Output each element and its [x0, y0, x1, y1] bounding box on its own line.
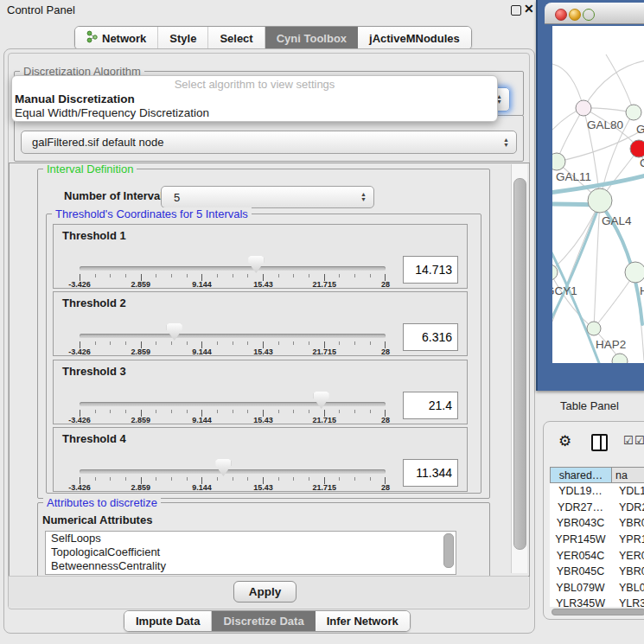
- num-intervals-value: 5: [162, 191, 180, 204]
- algorithm-popup: Select algorithm to view settings Manual…: [11, 75, 498, 122]
- column-header-shared-name[interactable]: shared…: [550, 467, 612, 483]
- combo-arrows-icon: ▲▼: [503, 137, 509, 148]
- threshold-slider[interactable]: -3.426 2.859 9.144 15.43 21.715 28: [80, 225, 386, 288]
- checkbox-icon[interactable]: ☑: [623, 434, 634, 447]
- spinner-arrows-icon: ▲▼: [360, 192, 367, 202]
- table-row[interactable]: YBL079WYBL0: [550, 580, 644, 596]
- threshold-slider[interactable]: -3.426 2.859 9.144 15.43 21.715 28: [80, 360, 386, 424]
- tab-cyni-toolbox[interactable]: Cyni Toolbox: [265, 27, 358, 49]
- tab-infer-network[interactable]: Infer Network: [316, 611, 410, 631]
- attributes-group: Attributes to discretize Numerical Attri…: [37, 502, 490, 577]
- checkbox-icon[interactable]: ☑: [634, 434, 644, 447]
- threshold-value-field[interactable]: [403, 392, 458, 419]
- popup-item-manual-discretization[interactable]: Manual Discretization: [12, 92, 497, 106]
- slider-thumb[interactable]: [215, 459, 231, 476]
- slider-thumb[interactable]: [314, 392, 329, 409]
- tab-impute-data[interactable]: Impute Data: [124, 611, 212, 631]
- table-row[interactable]: YPR145WYPR1: [550, 532, 644, 548]
- threshold-row: Threshold 3 -3.426 2.859 9.144 15.43 21.…: [53, 360, 468, 424]
- threshold-row: Threshold 2 -3.426 2.859 9.144 15.43 21.…: [53, 291, 468, 356]
- table-hscrollbar-thumb[interactable]: [552, 609, 644, 615]
- network-window-frame: GAL80 GA C GAL11 GAL4 GCY1 H HAP2: [536, 0, 644, 391]
- table-data-combobox[interactable]: galFiltered.sif default node ▲▼: [21, 131, 517, 154]
- node-label: HAP2: [596, 338, 626, 351]
- numerical-attributes-label: Numerical Attributes: [42, 513, 152, 526]
- app-root: Control Panel ✕ Network Style Select Cyn…: [0, 0, 644, 644]
- slider-thumb[interactable]: [167, 323, 182, 341]
- table-panel-title: Table Panel: [560, 399, 619, 412]
- settings-scrollpane: Interval Definition Number of Intervals …: [9, 163, 530, 577]
- gear-icon[interactable]: ⚙: [558, 432, 571, 450]
- list-item[interactable]: BetweennessCentrality: [46, 559, 456, 573]
- table-header: shared… na: [550, 467, 644, 483]
- table-data-value: galFiltered.sif default node: [22, 136, 163, 149]
- node-red-selected[interactable]: [630, 140, 644, 157]
- table-body: YDL19…YDL1 YDR27…YDR2 YBR043CYBR0 YPR145…: [550, 483, 644, 607]
- threshold-row: Threshold 1 -3.426 2.859 9.144 15.43 21.…: [53, 224, 468, 289]
- slider-scale: -3.426 2.859 9.144 15.43 21.715 28: [80, 348, 386, 357]
- table-row[interactable]: YLR345WYLR3: [550, 596, 644, 607]
- column-header-name[interactable]: na: [612, 467, 644, 483]
- slider-scale: -3.426 2.859 9.144 15.43 21.715 28: [80, 416, 386, 425]
- slider-track[interactable]: [80, 402, 386, 406]
- node-label: C: [640, 156, 644, 169]
- node-hap2[interactable]: [587, 322, 601, 335]
- slider-track[interactable]: [80, 469, 386, 474]
- split-columns-icon[interactable]: [591, 434, 608, 451]
- apply-button[interactable]: Apply: [233, 581, 296, 603]
- close-icon[interactable]: ✕: [524, 2, 534, 16]
- network-graph: GAL80 GA C GAL11 GAL4 GCY1 H HAP2: [552, 26, 644, 363]
- table-row[interactable]: YBR045CYBR0: [550, 564, 644, 580]
- num-intervals-spinner[interactable]: 5 ▲▼: [161, 186, 374, 208]
- threshold-slider[interactable]: -3.426 2.859 9.144 15.43 21.715 28: [80, 428, 386, 491]
- popup-hint: Select algorithm to view settings: [12, 76, 497, 92]
- node-bottom-partial[interactable]: [612, 354, 628, 363]
- bottom-tabbar: Impute Data Discretize Data Infer Networ…: [124, 610, 411, 632]
- slider-thumb[interactable]: [248, 256, 264, 273]
- threshold-value-field[interactable]: [403, 323, 458, 351]
- minimize-traffic-light-icon[interactable]: [569, 9, 581, 21]
- threshold-value-field[interactable]: [403, 256, 458, 284]
- table-row[interactable]: YER054CYER0: [550, 547, 644, 564]
- table-hscrollbar[interactable]: [552, 609, 644, 615]
- node-label: GAL80: [587, 118, 623, 131]
- threshold-row: Threshold 4 -3.426 2.859 9.144 15.43 21.…: [53, 427, 468, 492]
- zoom-traffic-light-icon[interactable]: [583, 9, 595, 21]
- threshold-slider[interactable]: -3.426 2.859 9.144 15.43 21.715 28: [80, 292, 386, 355]
- node-right-partial[interactable]: [626, 105, 641, 120]
- network-window-titlebar[interactable]: [545, 3, 644, 24]
- popup-item-equal-width[interactable]: Equal Width/Frequency Discretization: [12, 106, 497, 120]
- panel-title: Control Panel: [7, 3, 75, 16]
- close-traffic-light-icon[interactable]: [555, 9, 567, 21]
- interval-definition-title: Interval Definition: [43, 163, 137, 175]
- network-canvas[interactable]: GAL80 GA C GAL11 GAL4 GCY1 H HAP2: [552, 26, 644, 363]
- table-row[interactable]: YDR27…YDR2: [550, 500, 644, 516]
- tab-style[interactable]: Style: [158, 27, 208, 49]
- tab-network[interactable]: Network: [75, 27, 158, 49]
- slider-track[interactable]: [80, 266, 386, 271]
- node-gal11[interactable]: [552, 153, 565, 170]
- node-gal4[interactable]: [588, 188, 612, 213]
- thresholds-group-title: Threshold's Coordinates for 5 Intervals: [52, 207, 252, 220]
- node-gcy1[interactable]: [552, 265, 558, 280]
- node-label: GCY1: [552, 284, 577, 297]
- num-intervals-label: Number of Intervals: [64, 189, 169, 202]
- network-icon: [86, 30, 98, 46]
- tab-discretize-data[interactable]: Discretize Data: [212, 611, 315, 631]
- node-label: GA: [636, 123, 644, 136]
- table-row[interactable]: YBR043CYBR0: [550, 515, 644, 532]
- node-h[interactable]: [625, 262, 644, 283]
- settings-scrollbar-thumb[interactable]: [513, 178, 526, 550]
- tab-jactivemnodules[interactable]: jActiveMNodules: [358, 27, 471, 49]
- table-row[interactable]: YDL19…YDL1: [550, 483, 644, 500]
- settings-scrollbar[interactable]: [511, 164, 527, 573]
- slider-track[interactable]: [80, 334, 386, 338]
- list-item[interactable]: TopologicalCoefficient: [46, 545, 456, 559]
- attributes-listbox: SelfLoops TopologicalCoefficient Between…: [45, 531, 456, 575]
- tab-select[interactable]: Select: [208, 27, 265, 49]
- list-scrollbar[interactable]: [443, 533, 454, 568]
- node-gal80[interactable]: [576, 100, 591, 116]
- list-item[interactable]: SelfLoops: [46, 532, 456, 545]
- float-window-icon[interactable]: [511, 5, 521, 16]
- threshold-value-field[interactable]: [403, 459, 458, 487]
